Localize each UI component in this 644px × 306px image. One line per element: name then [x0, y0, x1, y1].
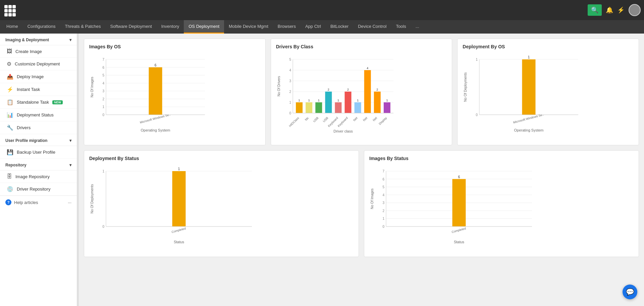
nav-item-inventory[interactable]: Inventory [157, 20, 184, 34]
app-grid-icon[interactable] [3, 4, 15, 16]
svg-text:0: 0 [382, 225, 384, 228]
svg-text:1: 1 [357, 99, 359, 102]
nav-item-bitlocker[interactable]: BitLocker [326, 20, 353, 34]
svg-text:No Of Deployments: No Of Deployments [464, 72, 467, 102]
svg-text:2: 2 [328, 88, 329, 91]
svg-text:Display: Display [378, 116, 387, 125]
nav-item-browsers[interactable]: Browsers [273, 20, 301, 34]
svg-text:1: 1 [178, 167, 180, 171]
chart-area: 01234567No Of Images6CompletedStatus [369, 164, 634, 252]
sidebar: Imaging & Deployment▾🖼 Create Image⚙ Cus… [0, 34, 77, 306]
svg-text:HIDClass: HIDClass [288, 116, 300, 128]
svg-text:1: 1 [289, 101, 291, 104]
chart-svg: 01234567No Of Images6Microsoft Windows S… [89, 53, 210, 133]
logo-area [3, 4, 70, 16]
svg-rect-63 [384, 102, 390, 113]
sidebar-item-create-image[interactable]: 🖼 Create Image [0, 45, 77, 58]
sidebar-item-icon: 🗄 [7, 173, 12, 180]
nav-item-software-deployment[interactable]: Software Deployment [105, 20, 156, 34]
svg-text:fdc: fdc [304, 116, 310, 121]
sidebar-item-icon: 💿 [7, 186, 13, 192]
sidebar-item-deploy-image[interactable]: 📤 Deploy Image [0, 70, 77, 83]
svg-text:2: 2 [376, 88, 378, 91]
svg-rect-36 [296, 102, 303, 113]
sidebar-item-icon: 🖼 [7, 48, 12, 54]
svg-text:Operating System: Operating System [514, 128, 544, 132]
nav-item-app-ctrl[interactable]: App Ctrl [301, 20, 326, 34]
nav-item-device-control[interactable]: Device Control [353, 20, 391, 34]
svg-text:6: 6 [155, 63, 157, 67]
chat-bubble[interactable]: 💬 [623, 285, 637, 299]
sidebar-item-icon: 🔧 [7, 124, 13, 131]
svg-text:6: 6 [382, 177, 384, 181]
svg-text:3: 3 [289, 79, 291, 83]
svg-rect-85 [172, 171, 186, 226]
sidebar-item-label: Deploy Image [17, 74, 44, 79]
svg-text:2: 2 [382, 209, 384, 213]
new-badge: NEW [52, 100, 63, 104]
sidebar-section-user-profile-migration[interactable]: User Profile migration▾ [0, 134, 77, 146]
nav-item-configurations[interactable]: Configurations [23, 20, 60, 34]
sidebar-item-label: Customize Deployment [15, 61, 60, 66]
sidebar-item-driver-repository[interactable]: 💿 Driver Repository [0, 183, 77, 196]
chevron-down-icon: ▾ [69, 38, 71, 42]
sidebar-section-imaging-&-deployment[interactable]: Imaging & Deployment▾ [0, 34, 77, 45]
nav-item-threats--patches[interactable]: Threats & Patches [60, 20, 106, 34]
sidebar-section-title: Imaging & Deployment [5, 38, 49, 42]
sidebar-item-label: Deployment Status [17, 112, 54, 117]
sidebar-item-icon: 💾 [7, 149, 13, 155]
nav-item-mobile-device-mgmt[interactable]: Mobile Device Mgmt [224, 20, 273, 34]
main-nav: HomeConfigurationsThreats & PatchesSoftw… [0, 20, 644, 34]
sidebar-item-icon: 📋 [7, 99, 13, 105]
sidebar-item-label: Image Repository [15, 174, 50, 179]
lightning-icon[interactable]: ⚡ [617, 6, 625, 14]
svg-text:No Of Images: No Of Images [90, 77, 94, 98]
svg-rect-108 [452, 179, 466, 226]
svg-rect-74 [522, 59, 536, 115]
svg-text:1: 1 [102, 105, 104, 109]
main-content: Images By OS01234567No Of Images6Microso… [79, 34, 644, 306]
svg-text:Completed: Completed [451, 227, 466, 234]
sidebar-item-icon: ⚙ [7, 61, 11, 67]
svg-text:4: 4 [367, 66, 368, 70]
sidebar-section-title: Repository [5, 163, 26, 167]
svg-text:1: 1 [318, 99, 319, 102]
svg-text:Operating System: Operating System [141, 128, 170, 132]
chart-title: Images By OS [89, 44, 260, 49]
svg-rect-60 [374, 92, 380, 113]
help-articles-label: Help articles [14, 200, 38, 205]
search-button[interactable]: 🔍 [588, 4, 602, 16]
chart-area: 01No Of Deployments1CompletedStatus [89, 164, 354, 252]
svg-text:1: 1 [386, 99, 388, 102]
sidebar-item-drivers[interactable]: 🔧 Drivers [0, 121, 77, 134]
svg-text:5: 5 [382, 185, 384, 189]
sidebar-item-image-repository[interactable]: 🗄 Image Repository [0, 170, 77, 183]
chart-card-drivers-by-class: Drivers By Class012345No Of Drivers1HIDC… [271, 39, 452, 145]
notification-bell-icon[interactable]: 🔔 [606, 6, 613, 14]
sidebar-item-standalone-task[interactable]: 📋 Standalone TaskNEW [0, 96, 77, 109]
sidebar-section-repository[interactable]: Repository▾ [0, 159, 77, 170]
sidebar-item-icon: 📊 [7, 112, 13, 118]
nav-item-tools[interactable]: Tools [391, 20, 411, 34]
more-options-icon[interactable]: ··· [68, 200, 71, 205]
sidebar-item-instant-task[interactable]: ⚡ Instant Task [0, 83, 77, 96]
svg-text:No Of Drivers: No Of Drivers [277, 76, 281, 97]
svg-rect-48 [335, 102, 341, 113]
sidebar-item-deployment-status[interactable]: 📊 Deployment Status [0, 109, 77, 121]
svg-text:6: 6 [102, 66, 104, 69]
sidebar-item-label: Create Image [15, 49, 42, 54]
svg-text:0: 0 [102, 113, 104, 117]
nav-item-home[interactable]: Home [2, 20, 23, 34]
svg-text:2: 2 [289, 90, 291, 94]
svg-text:6: 6 [458, 175, 460, 179]
layout: Imaging & Deployment▾🖼 Create Image⚙ Cus… [0, 34, 644, 306]
help-articles-link[interactable]: ? Help articles ··· [0, 196, 77, 209]
user-avatar[interactable] [629, 4, 641, 16]
svg-text:Driver class: Driver class [333, 129, 353, 133]
sidebar-item-backup-user-profile[interactable]: 💾 Backup User Profile [0, 146, 77, 159]
svg-text:7: 7 [102, 58, 104, 61]
nav-item-os-deployment[interactable]: OS Deployment [184, 20, 224, 34]
nav-item-[interactable]: ... [411, 20, 424, 34]
svg-text:Keyboard: Keyboard [327, 116, 338, 128]
sidebar-item-customize-deployment[interactable]: ⚙ Customize Deployment [0, 58, 77, 70]
